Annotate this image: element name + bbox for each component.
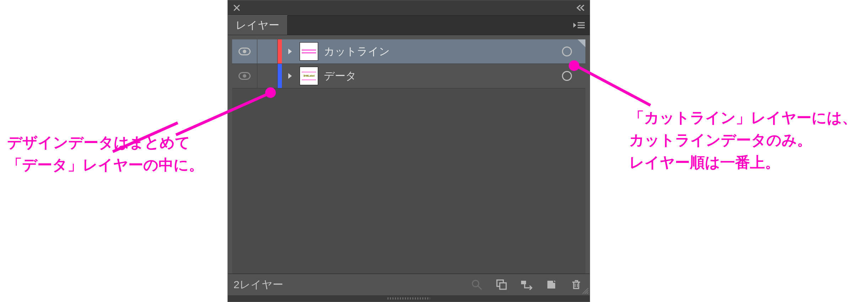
layer-row[interactable]: 3HitLabel データ	[232, 64, 585, 88]
grip-dots-icon	[387, 297, 430, 300]
new-sublayer-icon[interactable]	[494, 277, 509, 292]
panel-menu-icon[interactable]	[572, 20, 586, 31]
selection-indicator	[578, 39, 585, 64]
panel-footer: 2レイヤー	[228, 274, 590, 295]
tab-label: レイヤー	[236, 19, 279, 31]
tab-empty-area	[288, 15, 590, 35]
close-icon[interactable]	[231, 2, 242, 13]
circle-icon	[562, 46, 572, 56]
panel-topbar	[228, 0, 590, 16]
collapse-icon[interactable]	[575, 2, 586, 13]
layer-name-label: データ	[322, 69, 556, 83]
chevron-right-icon	[287, 72, 293, 79]
layer-color-bar	[278, 39, 282, 64]
locate-object-icon	[469, 277, 484, 292]
layers-empty-area	[232, 88, 585, 274]
layer-count-label: 2レイヤー	[234, 278, 460, 292]
layer-color-bar	[278, 64, 282, 88]
eye-icon	[239, 72, 251, 80]
chevron-right-icon	[287, 48, 293, 55]
tab-layers[interactable]: レイヤー	[228, 15, 288, 35]
visibility-toggle[interactable]	[232, 39, 257, 64]
expand-toggle[interactable]	[282, 64, 298, 88]
layer-row[interactable]: カットライン	[232, 39, 585, 64]
create-new-layer-icon[interactable]	[543, 277, 559, 292]
target-button[interactable]	[556, 39, 578, 64]
make-clipping-mask-icon[interactable]	[519, 277, 534, 292]
layer-thumbnail	[300, 42, 318, 61]
layer-thumbnail: 3HitLabel	[300, 67, 318, 85]
lock-toggle[interactable]	[257, 64, 278, 88]
expand-toggle[interactable]	[282, 39, 298, 64]
svg-rect-2	[500, 283, 506, 289]
visibility-toggle[interactable]	[232, 64, 257, 88]
panel-tabbar: レイヤー	[228, 16, 590, 35]
layer-name-label: カットライン	[322, 44, 556, 59]
lock-toggle[interactable]	[257, 39, 278, 64]
panel-drag-handle[interactable]	[228, 295, 590, 302]
eye-icon	[239, 48, 251, 55]
annotation-left: デザインデータはまとめて 「データ」レイヤーの中に。	[7, 131, 204, 176]
annotation-right: 「カットライン」レイヤーには、 カットラインデータのみ。 レイヤー順は一番上。	[629, 106, 857, 174]
circle-icon	[562, 71, 572, 81]
layers-panel: レイヤー カットライン	[227, 0, 590, 302]
layers-list: カットライン 3HitLabel データ	[228, 35, 590, 274]
resize-grip-icon[interactable]	[580, 286, 589, 295]
